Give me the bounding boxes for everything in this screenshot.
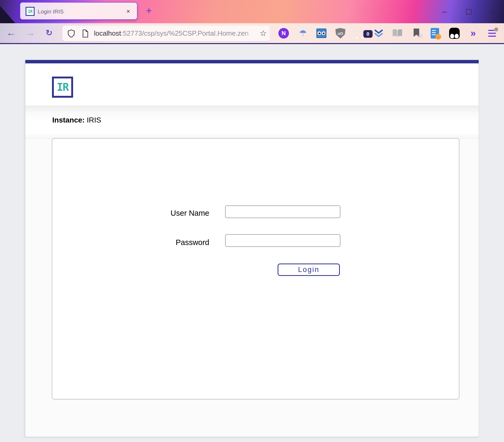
instance-label: Instance:: [52, 116, 85, 124]
extension-n-icon[interactable]: N: [277, 26, 291, 40]
back-button[interactable]: ←: [4, 26, 18, 40]
download-badge: ↓: [435, 34, 441, 40]
bookmark-star-icon[interactable]: ☆: [260, 29, 267, 38]
password-input[interactable]: [225, 234, 340, 247]
username-input[interactable]: [225, 205, 340, 218]
window-minimize-button[interactable]: –: [439, 6, 450, 17]
top-accent-bar: [25, 60, 479, 63]
maximize-icon: [466, 9, 472, 15]
reload-button[interactable]: ↻: [42, 26, 56, 40]
instance-line: Instance: IRIS: [52, 116, 101, 124]
url-host: localhost: [94, 29, 121, 37]
browser-titlebar: IR Login IRIS × + – ×: [0, 0, 504, 23]
url-bar[interactable]: localhost:52773/csp/sys/%25CSP.Portal.Ho…: [62, 26, 270, 41]
toolbar-overflow-chevron-icon[interactable]: »: [466, 26, 480, 40]
login-button[interactable]: Login: [278, 264, 340, 276]
password-label: Password: [142, 238, 209, 247]
googly-eyes-extension-icon[interactable]: [315, 26, 328, 40]
hamburger-icon: [488, 30, 497, 37]
page-header: IR: [25, 63, 479, 106]
login-page-card: IR Instance: IRIS User Name Password Log…: [25, 60, 479, 437]
iris-favicon-icon: IR: [26, 7, 35, 16]
forward-button[interactable]: →: [23, 26, 37, 40]
document-download-extension-icon[interactable]: ↓: [428, 26, 442, 40]
tab-title: Login IRIS: [38, 8, 64, 15]
url-path: :52773/csp/sys/%25CSP.Portal.Home.zen: [121, 29, 249, 37]
tracking-protection-shield-icon[interactable]: [68, 29, 75, 39]
url-text[interactable]: localhost:52773/csp/sys/%25CSP.Portal.Ho…: [94, 29, 255, 38]
browser-tab-login-iris[interactable]: IR Login IRIS ×: [20, 2, 137, 20]
login-form-panel: User Name Password Login: [52, 138, 459, 399]
tab-close-icon[interactable]: ×: [124, 7, 133, 16]
window-close-button[interactable]: ×: [487, 6, 499, 17]
url-text-fade: [244, 27, 258, 40]
umbrella-extension-icon[interactable]: ☂: [296, 26, 310, 40]
iris-logo: IR: [52, 77, 73, 98]
bookmark-star-extension-icon[interactable]: ☆: [410, 26, 423, 40]
instance-value: IRIS: [85, 116, 101, 124]
theme-corner-decoration: [0, 4, 15, 23]
username-label: User Name: [142, 209, 209, 218]
browser-toolbar: ← → ↻ localhost:52773/csp/sys/%25CSP.Por…: [0, 23, 504, 44]
ghostery-icon[interactable]: 0: [353, 26, 367, 40]
black-owl-extension-icon[interactable]: [448, 26, 461, 40]
window-maximize-button[interactable]: [463, 6, 474, 17]
ublock-origin-icon[interactable]: uO: [334, 26, 347, 40]
ghostery-badge: 0: [363, 30, 373, 38]
instance-band: Instance: IRIS: [25, 106, 479, 139]
new-tab-button[interactable]: +: [144, 5, 154, 16]
menu-notification-dot: [494, 27, 498, 31]
open-book-extension-icon[interactable]: [391, 26, 404, 40]
star-glyph: ☆: [418, 32, 423, 39]
app-menu-button[interactable]: [486, 26, 499, 40]
page-viewport: IR Instance: IRIS User Name Password Log…: [0, 44, 504, 442]
page-info-icon[interactable]: [82, 29, 89, 39]
double-chevron-extension-icon[interactable]: [372, 26, 386, 40]
